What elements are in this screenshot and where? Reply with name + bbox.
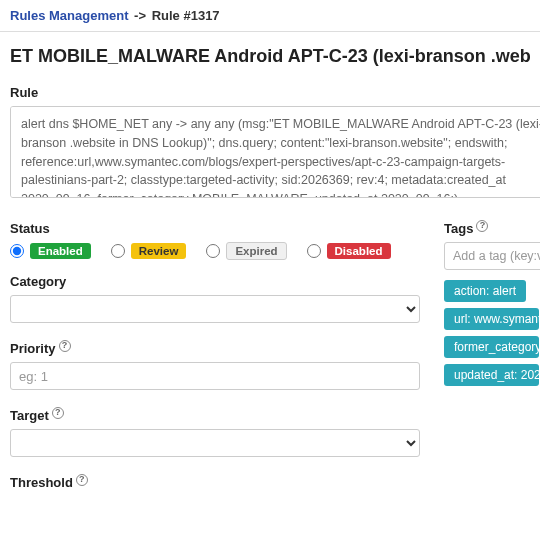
status-badge-enabled: Enabled <box>30 243 91 259</box>
breadcrumb-parent-link[interactable]: Rules Management <box>10 8 128 23</box>
status-radio-review[interactable] <box>111 244 125 258</box>
tag-item[interactable]: url: www.symantec <box>444 308 539 330</box>
help-icon[interactable]: ? <box>476 220 488 232</box>
rule-label: Rule <box>10 85 530 100</box>
breadcrumb-separator: -> <box>132 8 148 23</box>
priority-label: Priority ? <box>10 341 420 356</box>
category-label: Category <box>10 274 420 289</box>
page-title: ET MOBILE_MALWARE Android APT-C-23 (lexi… <box>10 46 530 67</box>
status-option-review[interactable]: Review <box>111 243 187 259</box>
status-radio-enabled[interactable] <box>10 244 24 258</box>
tags-input[interactable] <box>444 242 540 270</box>
status-radio-expired[interactable] <box>206 244 220 258</box>
status-badge-disabled: Disabled <box>327 243 391 259</box>
target-label: Target ? <box>10 408 420 423</box>
tag-item[interactable]: action: alert <box>444 280 526 302</box>
priority-input[interactable] <box>10 362 420 390</box>
help-icon[interactable]: ? <box>76 474 88 486</box>
threshold-label: Threshold ? <box>10 475 420 490</box>
help-icon[interactable]: ? <box>52 407 64 419</box>
status-radio-disabled[interactable] <box>307 244 321 258</box>
status-options: Enabled Review Expired Disabled <box>10 242 420 260</box>
status-badge-expired: Expired <box>226 242 286 260</box>
breadcrumb: Rules Management -> Rule #1317 <box>0 0 540 29</box>
status-badge-review: Review <box>131 243 187 259</box>
tags-label: Tags ? <box>444 221 540 236</box>
tag-item[interactable]: updated_at: 2020 <box>444 364 539 386</box>
breadcrumb-current: Rule #1317 <box>152 8 220 23</box>
help-icon[interactable]: ? <box>59 340 71 352</box>
status-option-expired[interactable]: Expired <box>206 242 286 260</box>
rule-textarea[interactable] <box>10 106 540 198</box>
tag-item[interactable]: former_category <box>444 336 539 358</box>
divider <box>0 31 540 32</box>
status-label: Status <box>10 221 420 236</box>
category-select[interactable] <box>10 295 420 323</box>
target-select[interactable] <box>10 429 420 457</box>
status-option-enabled[interactable]: Enabled <box>10 243 91 259</box>
status-option-disabled[interactable]: Disabled <box>307 243 391 259</box>
